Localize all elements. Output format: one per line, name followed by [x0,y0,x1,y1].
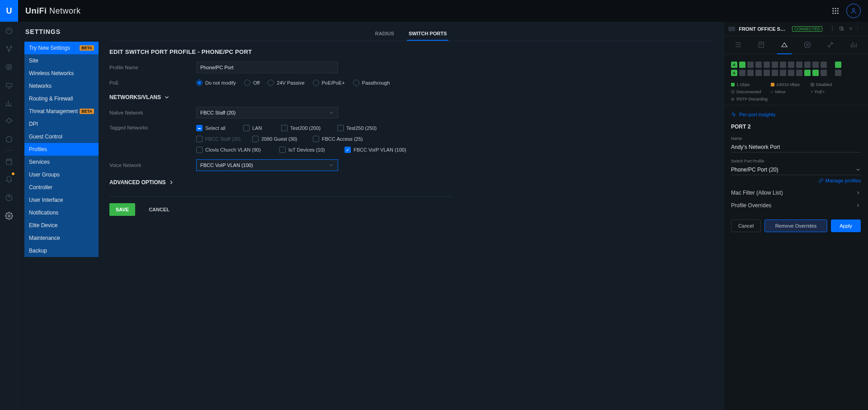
port-8[interactable] [755,70,762,76]
next-device-icon[interactable] [857,25,863,33]
rail-settings-icon[interactable] [0,207,18,225]
poe-24v-passive[interactable]: 24V Passive [268,80,304,86]
port-name-input[interactable] [731,142,861,153]
more-icon[interactable] [830,25,835,33]
manage-profiles-link[interactable]: Manage profiles [731,178,861,183]
rail-help-icon[interactable] [0,189,18,207]
cb-fbcc-voip[interactable]: FBCC VoIP VLAN (100) [344,147,417,153]
cb-2080-guest[interactable]: 2080 Guest (30) [252,136,302,142]
nav-try-new-settings[interactable]: Try New SettingsBETA [24,42,99,54]
port-sfp-1[interactable] [835,62,841,68]
nav-networks[interactable]: Networks [24,80,99,92]
port-17[interactable] [796,62,802,68]
port-9[interactable] [764,62,770,68]
port-23[interactable] [821,62,827,68]
remove-overrides-button[interactable]: Remove Overrides [764,219,827,232]
tab-ports-icon[interactable] [777,36,792,54]
tab-overview-icon[interactable] [731,36,745,54]
port-sfp-2[interactable] [835,70,841,76]
port-15[interactable] [788,62,794,68]
apply-button[interactable]: Apply [831,219,861,232]
port-6[interactable] [747,70,754,76]
native-network-select[interactable]: FBCC Staff (20) [196,107,338,119]
port-1[interactable] [731,62,737,68]
mac-filter-expand[interactable]: Mac Filter (Allow List) [731,190,861,196]
popout-icon[interactable] [839,25,844,33]
port-5[interactable] [747,62,754,68]
rail-events-icon[interactable] [0,153,18,171]
unifi-logo[interactable]: U [0,0,18,22]
save-button[interactable]: SAVE [109,203,135,216]
rail-clients-icon[interactable] [0,94,18,112]
nav-elite-device[interactable]: Elite Device [24,219,99,232]
tab-stats-icon[interactable] [846,36,861,54]
nav-dpi[interactable]: DPI [24,118,99,130]
nav-user-groups[interactable]: User Groups [24,168,99,181]
cancel-button[interactable]: CANCEL [142,203,176,216]
port-profile-select[interactable]: Phone/PC Port (20) [731,164,861,175]
nav-routing-firewall[interactable]: Routing & Firewall [24,92,99,105]
cb-clovis-church[interactable]: Clovis Church VLAN (90) [196,147,269,153]
rail-alerts-icon[interactable] [0,171,18,189]
port-14[interactable] [780,70,786,76]
close-icon[interactable] [848,25,854,33]
port-11[interactable] [772,62,778,68]
cb-test200[interactable]: Test200 (200) [281,125,326,131]
cb-select-all[interactable]: Select all [196,125,232,131]
rail-map-icon[interactable] [0,58,18,76]
nav-services[interactable]: Services [24,156,99,168]
port-20[interactable] [804,70,811,76]
port-18[interactable] [796,70,802,76]
port-16[interactable] [788,70,794,76]
port-13[interactable] [780,62,786,68]
poe-do-not-modify[interactable]: Do not modify [196,80,236,86]
cb-test250[interactable]: Test250 (250) [337,125,382,131]
tab-tools-icon[interactable] [823,36,838,54]
port-7[interactable] [755,62,762,68]
profile-overrides-expand[interactable]: Profile Overrides [731,202,861,209]
nav-backup[interactable]: Backup [24,244,99,257]
poe-passthrough[interactable]: Passthrough [353,80,390,86]
cb-lan[interactable]: LAN [243,125,270,131]
nav-notifications[interactable]: Notifications [24,206,99,219]
svg-point-10 [832,8,834,9]
port-3[interactable] [739,62,745,68]
voice-network-select[interactable]: FBCC VoIP VLAN (100) [196,159,338,171]
advanced-options-header[interactable]: ADVANCED OPTIONS [109,179,712,186]
apps-grid-icon[interactable] [828,4,843,18]
cb-fbcc-access[interactable]: FBCC Access (25) [313,136,367,142]
tab-details-icon[interactable] [754,36,769,54]
nav-guest-control[interactable]: Guest Control [24,130,99,143]
rail-statistics-icon[interactable] [0,40,18,58]
nav-user-interface[interactable]: User Interface [24,194,99,206]
panel-cancel-button[interactable]: Cancel [731,219,761,232]
nav-maintenance[interactable]: Maintenance [24,232,99,244]
tab-switch-ports[interactable]: SWITCH PORTS [407,27,448,41]
tab-config-icon[interactable] [800,36,815,54]
nav-profiles[interactable]: Profiles [24,143,99,156]
port-19[interactable] [804,62,811,68]
port-10[interactable] [764,70,770,76]
cb-iot-devices[interactable]: IoT Devices (10) [279,147,334,153]
poe-off[interactable]: Off [244,80,259,86]
port-22[interactable] [812,70,819,76]
rail-insights-icon[interactable] [0,112,18,130]
rail-devices-icon[interactable] [0,76,18,94]
nav-wireless-networks[interactable]: Wireless Networks [24,67,99,80]
user-avatar-icon[interactable] [846,4,861,18]
nav-site[interactable]: Site [24,54,99,67]
rail-dashboard-icon[interactable] [0,22,18,40]
port-2[interactable] [731,70,737,76]
poe-poe-plus[interactable]: PoE/PoE+ [313,80,345,86]
port-12[interactable] [772,70,778,76]
networks-vlans-header[interactable]: NETWORKS/VLANS [109,94,712,100]
port-4[interactable] [739,70,745,76]
per-port-insights-link[interactable]: Per-port insights [731,112,861,117]
rail-security-icon[interactable] [0,130,18,148]
port-21[interactable] [812,62,819,68]
nav-controller[interactable]: Controller [24,181,99,194]
nav-threat-management[interactable]: Threat ManagementBETA [24,105,99,118]
port-24[interactable] [821,70,827,76]
tab-radius[interactable]: RADIUS [373,27,396,41]
profile-name-input[interactable] [196,62,338,73]
